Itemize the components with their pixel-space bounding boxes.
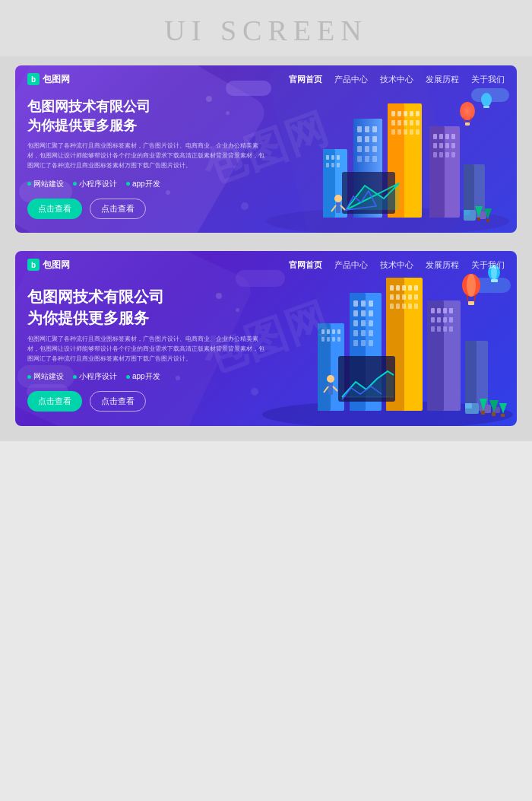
svg-rect-3 <box>357 126 362 132</box>
svg-rect-10 <box>365 146 369 152</box>
feature-label-mini-2: 小程序设计 <box>79 371 117 382</box>
svg-rect-12 <box>357 156 362 162</box>
svg-rect-71 <box>465 122 470 126</box>
svg-rect-23 <box>397 120 401 126</box>
svg-rect-117 <box>443 308 447 313</box>
svg-point-68 <box>460 102 475 120</box>
svg-rect-65 <box>464 210 470 215</box>
svg-rect-29 <box>404 129 407 135</box>
nav-link-product-2[interactable]: 产品中心 <box>334 259 368 271</box>
banner-features-2: 网站建设 小程序设计 app开发 <box>27 371 268 382</box>
nav-logo-1: b 包图网 <box>27 73 70 86</box>
feature-app-1: app开发 <box>126 179 160 189</box>
svg-rect-28 <box>397 129 401 135</box>
svg-rect-86 <box>369 310 373 316</box>
svg-rect-17 <box>391 111 395 116</box>
feature-label-app-2: app开发 <box>132 371 160 382</box>
feature-dot-2 <box>73 182 77 186</box>
nav-link-product-1[interactable]: 产品中心 <box>334 74 368 85</box>
feature-label-mini-1: 小程序设计 <box>79 179 117 189</box>
svg-rect-38 <box>433 143 437 148</box>
svg-rect-90 <box>353 330 358 336</box>
svg-rect-105 <box>402 294 406 300</box>
nav-bar-1: b 包图网 官网首页 产品中心 技术中心 发展历程 关于我们 <box>15 65 517 93</box>
feature-dot-4 <box>27 375 31 379</box>
svg-rect-98 <box>390 285 394 291</box>
svg-rect-147 <box>465 403 472 408</box>
svg-rect-108 <box>390 304 394 309</box>
banner-buttons-2: 点击查看 点击查看 <box>27 391 268 412</box>
svg-rect-95 <box>369 340 373 346</box>
logo-icon-2: b <box>27 259 40 271</box>
banner-card-1: b 包图网 官网首页 产品中心 技术中心 发展历程 关于我们 包图网技术有限公司… <box>15 65 517 233</box>
svg-rect-85 <box>361 310 366 316</box>
nav-link-tech-1[interactable]: 技术中心 <box>380 74 413 85</box>
nav-logo-2: b 包图网 <box>27 259 70 272</box>
svg-rect-19 <box>404 111 407 116</box>
svg-rect-107 <box>414 294 418 300</box>
svg-rect-5 <box>372 126 377 132</box>
nav-link-about-1[interactable]: 关于我们 <box>471 74 505 85</box>
nav-links-1: 官网首页 产品中心 技术中心 发展历程 关于我们 <box>289 74 505 85</box>
svg-rect-135 <box>332 337 335 342</box>
svg-rect-55 <box>464 164 474 218</box>
svg-rect-6 <box>357 136 362 142</box>
svg-rect-124 <box>437 326 441 332</box>
svg-rect-159 <box>481 411 485 415</box>
svg-rect-110 <box>402 304 406 309</box>
svg-point-60 <box>334 195 342 202</box>
nav-link-history-1[interactable]: 发展历程 <box>426 74 459 85</box>
page-title-section: UI SCREEN <box>0 0 532 56</box>
svg-rect-45 <box>451 152 455 157</box>
svg-rect-100 <box>402 285 406 291</box>
svg-rect-41 <box>451 143 455 148</box>
svg-rect-24 <box>404 120 407 126</box>
nav-link-history-2[interactable]: 发展历程 <box>426 259 459 271</box>
svg-rect-13 <box>365 156 369 162</box>
svg-rect-121 <box>443 317 447 323</box>
btn-primary-2[interactable]: 点击查看 <box>27 391 82 412</box>
feature-dot-6 <box>126 375 130 379</box>
btn-outline-1[interactable]: 点击查看 <box>90 199 146 219</box>
svg-rect-101 <box>408 285 412 291</box>
svg-rect-83 <box>369 300 373 307</box>
svg-rect-130 <box>327 329 330 334</box>
svg-rect-33 <box>429 126 445 218</box>
svg-rect-93 <box>353 340 358 346</box>
svg-rect-81 <box>353 300 358 307</box>
svg-rect-84 <box>353 310 358 316</box>
svg-rect-42 <box>433 152 437 157</box>
svg-point-72 <box>481 93 492 106</box>
svg-rect-30 <box>410 129 413 135</box>
svg-rect-77 <box>486 219 489 222</box>
nav-bar-2: b 包图网 官网首页 产品中心 技术中心 发展历程 关于我们 <box>15 251 517 278</box>
feature-label-web-2: 网站建设 <box>33 371 64 382</box>
svg-rect-40 <box>445 143 449 148</box>
svg-rect-36 <box>445 134 449 139</box>
svg-rect-92 <box>369 330 373 336</box>
svg-rect-43 <box>439 152 443 157</box>
svg-rect-123 <box>431 326 435 332</box>
svg-rect-14 <box>372 156 377 162</box>
svg-rect-87 <box>353 320 358 326</box>
svg-rect-21 <box>416 111 420 116</box>
svg-rect-7 <box>365 136 369 142</box>
btn-outline-2[interactable]: 点击查看 <box>90 391 146 412</box>
nav-link-tech-2[interactable]: 技术中心 <box>380 259 413 271</box>
logo-text-1: 包图网 <box>43 73 70 86</box>
btn-primary-1[interactable]: 点击查看 <box>27 199 82 219</box>
nav-link-about-2[interactable]: 关于我们 <box>471 259 505 271</box>
svg-rect-31 <box>416 129 420 135</box>
svg-rect-116 <box>437 308 441 313</box>
banner-desc-1: 包图网汇聚了各种流行且商业图标签素材，广告图片设计、电商商业、企业办公精美素材，… <box>27 141 268 170</box>
nav-link-home-1[interactable]: 官网首页 <box>289 74 322 85</box>
svg-rect-88 <box>361 320 366 326</box>
nav-link-home-2[interactable]: 官网首页 <box>289 259 322 271</box>
svg-rect-129 <box>321 329 325 334</box>
svg-rect-73 <box>483 106 489 108</box>
banner-features-1: 网站建设 小程序设计 app开发 <box>27 179 268 189</box>
svg-rect-112 <box>414 304 418 309</box>
svg-rect-128 <box>318 323 331 411</box>
banner-desc-2: 包图网汇聚了各种流行且商业图标签素材，广告图片设计、电商商业、企业办公精美素材，… <box>27 335 268 364</box>
svg-rect-82 <box>361 300 366 307</box>
